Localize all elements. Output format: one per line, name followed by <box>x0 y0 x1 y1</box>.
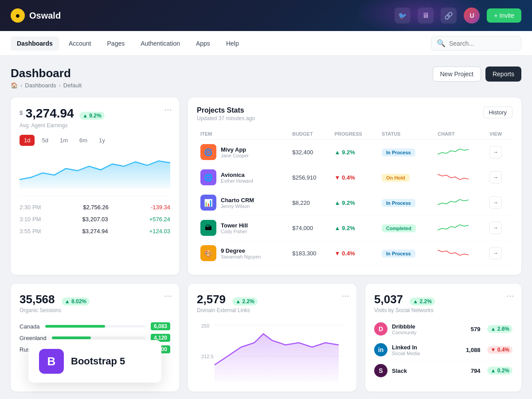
earnings-row-1: 2:30 PM $2,756.26 -139.34 <box>20 201 170 213</box>
logo-area: ● Oswald <box>11 8 395 23</box>
filter-1y[interactable]: 1y <box>94 135 110 146</box>
earnings-subtitle: Avg. Agent Earnings <box>20 122 170 129</box>
tab-account[interactable]: Account <box>63 36 98 51</box>
search-icon: 🔍 <box>437 39 446 47</box>
social-more-btn[interactable]: ⋯ <box>506 291 514 301</box>
page-title-area: Dashboard 🏠 › Dashboards › Default <box>11 66 82 89</box>
bird-icon-btn[interactable]: 🐦 <box>395 8 411 23</box>
sessions-value: 35,568 ▲ 8.02% <box>20 293 170 306</box>
time-filters: 1d 5d 1m 6m 1y <box>20 135 170 146</box>
table-row: 🌀 Mivy App Jane Cooper $32,400 ▲ 9.2% In… <box>197 140 512 165</box>
search-box[interactable]: 🔍 <box>431 36 521 51</box>
time-3: 3:55 PM <box>20 228 41 235</box>
social-row: S Slack 794 ▲ 0.2% <box>374 360 512 381</box>
projects-header: Projects Stats Updated 37 minutes ago Hi… <box>197 106 512 121</box>
domain-subtitle: Domain External Links <box>197 307 348 313</box>
earnings-currency: $ <box>20 110 23 116</box>
filter-5d[interactable]: 5d <box>37 135 52 146</box>
page-actions: New Project Reports <box>433 66 522 82</box>
time-1: 2:30 PM <box>20 204 41 211</box>
social-row: D Dribbble Community 579 ▲ 2.6% <box>374 319 512 340</box>
bootstrap-label: Bootstrap 5 <box>71 356 125 367</box>
search-input[interactable] <box>449 40 516 47</box>
earnings-chart <box>20 153 170 188</box>
earnings-value: 3,274.94 <box>26 106 74 120</box>
share-icon-btn[interactable]: 🔗 <box>441 8 457 23</box>
invite-button[interactable]: + Invite <box>487 8 521 23</box>
projects-subtitle: Updated 37 minutes ago <box>197 115 255 121</box>
amount-1: $2,756.26 <box>83 204 109 211</box>
country-bar-1 <box>45 325 106 328</box>
earnings-amount-row: $ 3,274.94 ▲ 9.2% <box>20 106 170 121</box>
table-row: 📊 Charto CRM Jenny Wilson $8,220 ▲ 9.2% … <box>197 190 512 215</box>
breadcrumb: 🏠 › Dashboards › Default <box>11 82 82 89</box>
sessions-badge: ▲ 8.02% <box>62 297 90 305</box>
col-chart: CHART <box>434 129 486 140</box>
svg-text:250: 250 <box>201 323 209 329</box>
app-name: Oswald <box>29 11 61 21</box>
breadcrumb-sep2: › <box>59 82 60 89</box>
country-row-1: Canada 6,083 <box>20 322 170 330</box>
social-networks-list: D Dribbble Community 579 ▲ 2.6% in Linke… <box>374 319 512 381</box>
earnings-rows: 2:30 PM $2,756.26 -139.34 3:10 PM $3,207… <box>20 196 170 237</box>
earnings-row-3: 3:55 PM $3,274.94 +124.03 <box>20 225 170 237</box>
col-budget: BUDGET <box>289 129 331 140</box>
domain-value: 2,579 <box>197 293 226 306</box>
breadcrumb-dashboards: Dashboards <box>25 82 56 89</box>
col-item: ITEM <box>197 129 289 140</box>
filter-1d[interactable]: 1d <box>20 135 35 146</box>
new-project-button[interactable]: New Project <box>433 66 481 82</box>
col-view: VIEW <box>486 129 512 140</box>
social-value: 5,037 <box>374 293 403 306</box>
table-row: 🏔 Tower Hill Cody Fisher $74,000 ▲ 9.2% … <box>197 215 512 241</box>
change-1: -139.34 <box>151 204 170 211</box>
view-arrow-btn[interactable]: → <box>489 196 502 209</box>
country-bar-wrap-1 <box>45 325 145 328</box>
domain-more-btn[interactable]: ⋯ <box>341 291 349 301</box>
tab-dashboards[interactable]: Dashboards <box>11 36 59 51</box>
tab-help[interactable]: Help <box>220 36 245 51</box>
tab-pages[interactable]: Pages <box>101 36 131 51</box>
page-title: Dashboard <box>11 66 82 80</box>
country-bar-2 <box>52 336 91 339</box>
view-arrow-btn[interactable]: → <box>489 146 502 158</box>
logo-icon: ● <box>11 8 25 23</box>
user-avatar[interactable]: U <box>464 8 480 23</box>
domain-chart: 250 212.5 <box>197 321 348 383</box>
social-row: in Linked In Social Media 1,088 ▼ 0.4% <box>374 340 512 360</box>
view-arrow-btn[interactable]: → <box>489 171 502 184</box>
table-row: 🌐 Avionica Esther Howard $256,910 ▼ 0.4%… <box>197 165 512 190</box>
bootstrap-icon: B <box>39 349 64 374</box>
social-badge: ▲ 2.2% <box>410 297 435 305</box>
social-subtitle: Visits by Social Networks <box>374 307 512 313</box>
view-arrow-btn[interactable]: → <box>489 247 502 259</box>
col-status: STATUS <box>378 129 434 140</box>
projects-table: ITEM BUDGET PROGRESS STATUS CHART VIEW 🌀… <box>197 129 512 266</box>
time-2: 3:10 PM <box>20 216 41 223</box>
filter-1m[interactable]: 1m <box>55 135 72 146</box>
bottom-section: ⋯ 35,568 ▲ 8.02% Organic Sessions Canada… <box>11 284 521 391</box>
earnings-badge: ▲ 9.2% <box>79 112 105 120</box>
page-content: Dashboard 🏠 › Dashboards › Default New P… <box>0 56 532 399</box>
breadcrumb-default: Default <box>63 82 82 89</box>
history-button[interactable]: History <box>483 106 512 118</box>
view-arrow-btn[interactable]: → <box>489 222 502 234</box>
country-val-1: 6,083 <box>151 322 170 330</box>
monitor-icon-btn[interactable]: 🖥 <box>418 8 434 23</box>
svg-text:212.5: 212.5 <box>201 354 214 359</box>
earnings-row-2: 3:10 PM $3,207.03 +576.24 <box>20 213 170 225</box>
col-progress: PROGRESS <box>331 129 378 140</box>
country-name-1: Canada <box>20 323 40 330</box>
tab-apps[interactable]: Apps <box>190 36 216 51</box>
amount-3: $3,274.94 <box>82 228 108 235</box>
country-bar-wrap-2 <box>52 336 145 339</box>
social-value-row: 5,037 ▲ 2.2% <box>374 293 512 306</box>
earnings-more-btn[interactable]: ⋯ <box>164 105 172 114</box>
sessions-more-btn[interactable]: ⋯ <box>164 291 172 301</box>
secondary-nav: Dashboards Account Pages Authentication … <box>0 31 532 56</box>
projects-title-area: Projects Stats Updated 37 minutes ago <box>197 106 255 121</box>
filter-6m[interactable]: 6m <box>75 135 92 146</box>
change-2: +576.24 <box>149 216 170 223</box>
reports-button[interactable]: Reports <box>485 66 521 82</box>
tab-authentication[interactable]: Authentication <box>134 36 186 51</box>
